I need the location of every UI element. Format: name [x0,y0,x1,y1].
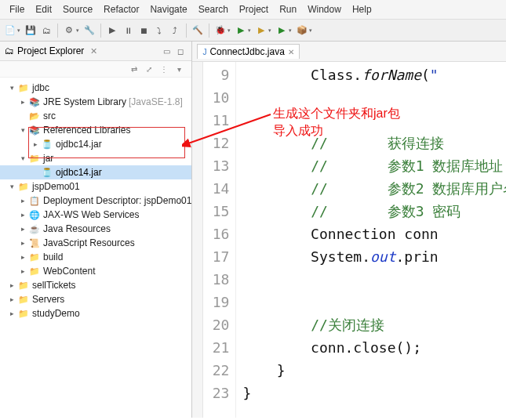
tree-item[interactable]: ▸📚JRE System Library[JavaSE-1.8] [0,95,191,109]
folder-icon: 📁 [28,266,41,277]
line-gutter: 91011121314151617181920212223 [203,62,236,418]
project-icon: 📁 [17,181,30,192]
code-area[interactable]: Class.forName(" // 获得连接 // 参数1 数据库地址 // … [236,62,506,418]
server-icon[interactable]: ⚙ [62,24,76,38]
tree-label: jspDemo01 [32,181,80,192]
resume-icon[interactable]: ⤴ [168,24,182,38]
project-explorer-panel: 🗂 Project Explorer ✕ ▭ ◻ ⇄ ⤢ ⋮ ▾ ▾📁jdbc▸… [0,42,192,418]
explorer-icon: 🗂 [5,45,14,56]
highlight-box [28,127,185,158]
project-icon: 📁 [17,82,30,93]
dropdown-icon[interactable]: ▾ [268,27,271,34]
tree-item[interactable]: ▸📁studyDemo [0,306,191,320]
panel-subtools: ⇄ ⤢ ⋮ ▾ [0,61,191,78]
tree-label: sellTickets [32,280,76,291]
twisty-icon[interactable]: ▸ [17,253,28,261]
twisty-icon[interactable]: ▸ [17,225,28,233]
menu-refactor[interactable]: Refactor [99,2,144,16]
menu-source[interactable]: Source [58,2,97,16]
menu-file[interactable]: File [5,2,29,16]
editor-tab[interactable]: J ConnectJdbc.java ✕ [197,44,299,59]
menu-edit[interactable]: Edit [31,2,56,16]
tree-label: Deployment Descriptor: jspDemo01 [43,195,191,206]
debug-server-icon[interactable]: 🔧 [82,24,96,38]
step-icon[interactable]: ⤵ [152,24,166,38]
tree-item[interactable]: ▸📁sellTickets [0,278,191,292]
save-icon[interactable]: 💾 [24,24,38,38]
java-file-icon: J [202,48,206,56]
tree-item[interactable]: ▾📁jspDemo01 [0,179,191,194]
twisty-icon[interactable]: ▾ [17,154,28,162]
tree-label: src [43,110,56,121]
tree-item[interactable]: 📂src [0,109,191,123]
dropdown-icon[interactable]: ▾ [309,27,312,34]
tree-item[interactable]: ▸🌐JAX-WS Web Services [0,208,191,222]
tree-item[interactable]: ▸📜JavaScript Resources [0,236,191,250]
close-icon[interactable]: ✕ [90,46,97,56]
srcfolder-icon: 📂 [28,110,41,121]
run-last-icon[interactable]: ▶ [275,24,289,38]
debug-icon[interactable]: 🐞 [213,24,228,38]
menu-search[interactable]: Search [194,2,233,16]
dropdown-icon[interactable]: ▾ [17,27,20,34]
twisty-icon[interactable]: ▸ [17,197,28,205]
twisty-icon[interactable]: ▸ [17,239,28,247]
stop-icon[interactable]: ⏹ [137,24,151,38]
twisty-icon[interactable]: ▸ [17,267,28,275]
twisty-icon[interactable]: ▸ [6,281,17,289]
tree-item[interactable]: ▸📁WebContent [0,264,191,278]
menubar: File Edit Source Refactor Navigate Searc… [0,0,506,20]
maximize-icon[interactable]: ◻ [174,45,187,57]
twisty-icon[interactable]: ▸ [17,211,28,219]
tree-label: build [43,252,63,262]
external-icon[interactable]: 📦 [295,24,309,38]
dropdown-icon[interactable]: ▾ [228,27,231,34]
twisty-icon[interactable]: ▸ [6,310,17,317]
play-icon[interactable]: ▶ [105,24,119,38]
dropdown-icon[interactable]: ▾ [248,27,251,34]
tree-item[interactable]: 🫙ojdbc14.jar [0,165,191,179]
minimize-icon[interactable]: ▭ [160,45,173,57]
tree-item[interactable]: ▸📁Servers [0,292,191,306]
link-icon[interactable]: ⤢ [143,63,155,74]
filter-icon[interactable]: ⋮ [158,63,170,74]
tree-label: studyDemo [32,308,80,319]
close-icon[interactable]: ✕ [288,48,294,56]
pause-icon[interactable]: ⏸ [121,24,135,38]
tab-label: ConnectJdbc.java [209,46,284,57]
jaxws-icon: 🌐 [28,209,41,220]
saveall-icon[interactable]: 🗂 [39,24,53,38]
run-icon[interactable]: ▶ [234,24,248,38]
twisty-icon[interactable]: ▾ [17,126,28,134]
folder-icon: 📁 [28,252,41,262]
menu-navigate[interactable]: Navigate [145,2,191,16]
menu-project[interactable]: Project [235,2,273,16]
jar-icon: 🫙 [41,167,53,178]
tree-item[interactable]: ▸☕Java Resources [0,222,191,236]
twisty-icon[interactable]: ▾ [6,183,17,190]
dropdown-icon[interactable]: ▾ [289,27,292,34]
twisty-icon[interactable]: ▸ [6,295,17,303]
menu-run[interactable]: Run [275,2,301,16]
tree-label: JavaScript Resources [43,237,135,248]
menu-help[interactable]: Help [348,2,377,16]
tree-item[interactable]: ▸📁build [0,250,191,264]
editor-body[interactable]: 91011121314151617181920212223 Class.forN… [192,62,506,418]
editor-panel: J ConnectJdbc.java ✕ 9101112131415161718… [192,42,506,418]
tree-label: JAX-WS Web Services [43,209,139,220]
twisty-icon[interactable]: ▸ [17,98,28,106]
build-icon[interactable]: 🔨 [191,24,205,38]
menu-window[interactable]: Window [303,2,346,16]
tree-label: JRE System Library [43,96,126,107]
javares-icon: ☕ [28,223,41,234]
new-icon[interactable]: 📄 [3,24,17,38]
twisty-icon[interactable]: ▾ [6,84,17,92]
tree-item[interactable]: ▸📋Deployment Descriptor: jspDemo01 [0,194,191,208]
dropdown-icon[interactable]: ▾ [76,27,79,34]
coverage-icon[interactable]: ▶ [254,24,268,38]
toolbar: 📄▾ 💾 🗂 ⚙▾ 🔧 ▶ ⏸ ⏹ ⤵ ⤴ 🔨 🐞▾ ▶▾ ▶▾ ▶▾ 📦▾ [0,20,506,42]
tree-item[interactable]: ▾📁jdbc [0,81,191,95]
tree-label: Java Resources [43,223,111,234]
menu-icon[interactable]: ▾ [173,63,185,74]
collapse-icon[interactable]: ⇄ [128,63,140,74]
